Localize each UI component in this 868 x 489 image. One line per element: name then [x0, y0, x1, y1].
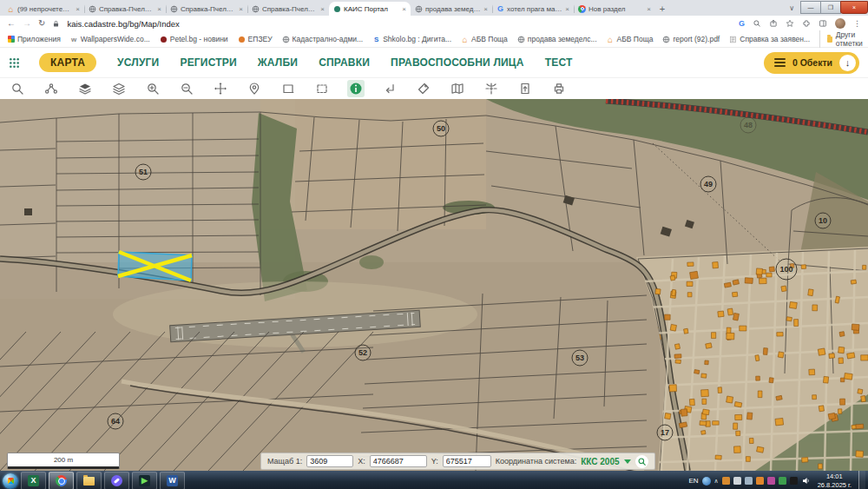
browser-tab[interactable]: Справка-Пчелник 2.pdf × [247, 2, 329, 16]
map-canvas[interactable]: 515048491010052536417 [0, 99, 868, 471]
clock[interactable]: 14:01 26.8.2025 г. [818, 472, 852, 489]
minimize-button[interactable]: — [800, 1, 821, 14]
nav-item-справки[interactable]: СПРАВКИ [319, 56, 370, 69]
tab-close-icon[interactable]: × [320, 5, 325, 13]
coordinate-search-button[interactable] [635, 455, 648, 468]
browser-tab[interactable]: КАИС Портал × [329, 2, 411, 16]
browser-tab[interactable]: G хотел прага мадрид - Goo... × [492, 2, 574, 16]
nav-item-услуги[interactable]: УСЛУГИ [117, 56, 159, 69]
nav-item-регистри[interactable]: РЕГИСТРИ [180, 56, 236, 69]
bookmark-item[interactable]: ⌂ АБВ Поща [607, 35, 654, 43]
language-indicator[interactable]: EN [688, 477, 698, 485]
browser-tab[interactable]: продава земеделска земя × [411, 2, 492, 16]
tool-tag[interactable] [415, 80, 432, 97]
bookmark-item[interactable]: ⌂ АБВ Поща [461, 35, 508, 43]
tray-expand-icon[interactable]: ∧ [714, 478, 719, 485]
extensions-puzzle-icon[interactable] [802, 19, 811, 28]
profile-avatar[interactable] [835, 18, 845, 29]
bookmark-item[interactable]: Petel.bg - новини [160, 35, 228, 43]
taskbar-app-chrome[interactable] [49, 472, 74, 489]
tool-zoom-out[interactable] [178, 80, 195, 97]
bookmark-item[interactable]: report (92).pdf [662, 35, 720, 43]
side-panel-icon[interactable] [819, 19, 827, 28]
tab-close-icon[interactable]: × [76, 5, 80, 13]
bookmark-item[interactable]: Кадастрално-адми... [282, 35, 364, 43]
taskbar-app-viber[interactable] [104, 472, 129, 489]
tray-icon[interactable] [745, 477, 753, 485]
tab-close-icon[interactable]: × [565, 5, 569, 13]
bookmark-item[interactable]: w WallpapersWide.co... [70, 35, 150, 43]
tab-search-chevron-icon[interactable]: ∨ [789, 4, 794, 12]
tool-export-page[interactable] [516, 80, 534, 97]
apps-grid-icon[interactable] [9, 57, 20, 69]
tool-layers[interactable] [110, 80, 128, 97]
browser-tab[interactable]: ⌂ (99 непрочетени) - АБВ п... × [3, 2, 84, 16]
tool-pan[interactable] [212, 80, 229, 97]
tray-icon[interactable] [733, 477, 741, 485]
tool-zoom-in[interactable] [144, 80, 161, 97]
tool-select-rect-dashed[interactable] [313, 80, 331, 97]
y-coordinate-input[interactable] [443, 455, 491, 467]
tool-select-rect[interactable] [279, 80, 297, 97]
nav-item-правоспособни лица[interactable]: ПРАВОСПОСОБНИ ЛИЦА [391, 56, 524, 69]
taskbar-app-word[interactable]: W [160, 472, 185, 489]
download-arrow-icon[interactable]: ↓ [839, 55, 856, 71]
scale-input[interactable] [306, 455, 353, 467]
tray-icon[interactable] [756, 477, 764, 485]
new-tab-button[interactable]: + [655, 2, 669, 16]
show-desktop-button[interactable] [858, 471, 865, 489]
start-button[interactable] [3, 473, 18, 489]
tool-info[interactable] [347, 80, 365, 97]
tab-close-icon[interactable]: × [239, 5, 243, 13]
tray-icon[interactable] [767, 477, 775, 485]
tool-layers-filled[interactable] [76, 80, 94, 97]
bookmark-item[interactable]: S Shkolo.bg : Дигита... [372, 35, 451, 43]
zoom-level-icon[interactable] [753, 19, 761, 28]
tool-snap-corner[interactable] [381, 80, 398, 97]
crs-value[interactable]: ККС 2005 [581, 457, 619, 466]
tab-close-icon[interactable]: × [402, 5, 406, 13]
tray-icon[interactable] [790, 477, 798, 485]
tray-icon[interactable] [722, 477, 730, 485]
tab-close-icon[interactable]: × [483, 5, 488, 13]
volume-icon[interactable] [801, 476, 811, 486]
objects-button[interactable]: 0 Обекти ↓ [764, 52, 859, 74]
taskbar-app-excel[interactable]: X [21, 472, 46, 489]
taskbar-app-media[interactable]: ▶ [132, 472, 157, 489]
google-icon[interactable]: G [739, 20, 745, 28]
crs-dropdown-icon[interactable] [624, 459, 631, 464]
x-coordinate-input[interactable] [370, 455, 427, 467]
bookmark-item[interactable]: продава земеделс... [517, 35, 597, 43]
nav-item-тест[interactable]: ТЕСТ [545, 56, 573, 69]
reload-icon[interactable]: ↻ [38, 19, 45, 28]
bookmark-item[interactable]: ЕПЗЕУ [238, 35, 273, 43]
browser-menu-icon[interactable]: ⋮ [853, 19, 861, 28]
tool-search[interactable] [9, 80, 26, 97]
tool-basemap[interactable] [449, 80, 466, 97]
taskbar-app-explorer[interactable] [76, 472, 102, 489]
close-button[interactable]: × [840, 1, 868, 14]
tool-roads-crosshair[interactable] [483, 80, 500, 97]
tool-location-pin[interactable] [246, 80, 263, 97]
selected-parcel[interactable] [118, 252, 192, 281]
maximize-button[interactable]: ❐ [820, 1, 841, 14]
browser-tab[interactable]: Справка-Пчелник 1.pdf × [166, 2, 247, 16]
url-text[interactable]: kais.cadastre.bg/bg/Map/Index [67, 19, 179, 29]
nav-item-карта[interactable]: КАРТА [39, 53, 96, 72]
input-method-icon[interactable] [702, 477, 711, 486]
tool-print[interactable] [550, 80, 568, 97]
forward-icon[interactable]: → [23, 19, 31, 28]
browser-tab[interactable]: Справка-Пчелник 3.pdf × [84, 2, 166, 16]
bookmark-star-icon[interactable] [786, 19, 794, 28]
tab-close-icon[interactable]: × [157, 5, 161, 13]
tray-icon[interactable] [779, 477, 786, 485]
nav-item-жалби[interactable]: ЖАЛБИ [258, 56, 298, 69]
bookmark-item[interactable]: Приложения [7, 35, 61, 43]
other-bookmarks[interactable]: Други отметки [819, 30, 865, 48]
bookmark-item[interactable]: Справка за заявен... [729, 35, 810, 43]
tool-route-nodes[interactable] [43, 80, 60, 97]
browser-tab[interactable]: Нов раздел × [574, 2, 655, 16]
back-icon[interactable]: ← [7, 19, 16, 28]
tab-close-icon[interactable]: × [647, 5, 651, 13]
share-icon[interactable] [769, 19, 778, 28]
